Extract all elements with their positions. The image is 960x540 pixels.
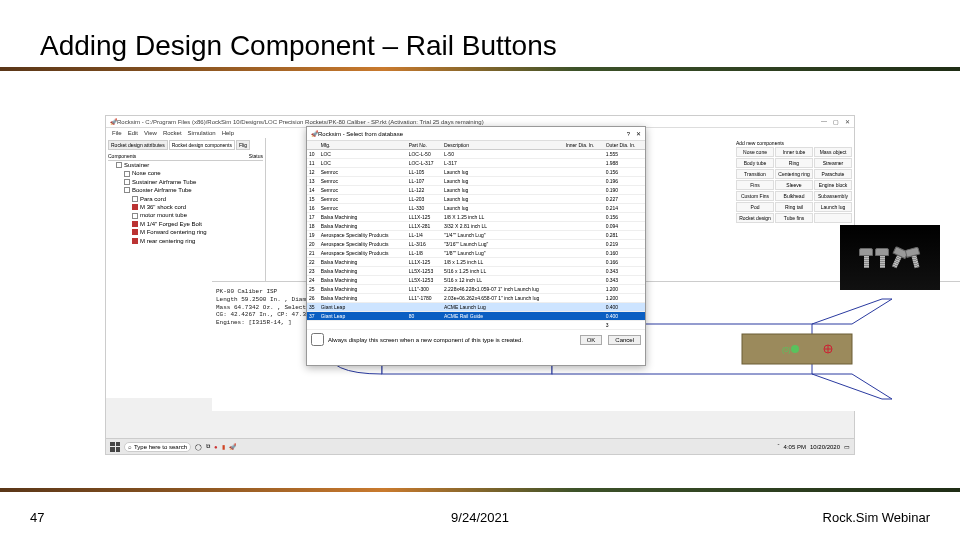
table-header[interactable] <box>307 141 319 150</box>
btn-engineblock[interactable]: Engine block <box>814 180 852 190</box>
windows-taskbar[interactable]: ⌕ Type here to search ◯ ⧉ ● ▮ 🚀 ˄ 4:05 P… <box>106 438 854 454</box>
table-row[interactable]: 25Balsa MachiningLL1"-3002.228x46.228x1.… <box>307 285 645 294</box>
menu-file[interactable]: File <box>112 130 122 136</box>
taskbar-search[interactable]: ⌕ Type here to search <box>124 442 191 452</box>
btn-subassembly[interactable]: Subassembly <box>814 191 852 201</box>
btn-centering[interactable]: Centering ring <box>775 169 813 179</box>
table-row[interactable]: 17Balsa MachiningLL1X-1251/8 X 1.25 inch… <box>307 213 645 222</box>
app-window: 🚀 Rocksim - C:/Program Files (x86)/RockS… <box>105 115 855 455</box>
tree-sustainer[interactable]: Sustainer <box>124 161 149 169</box>
tree-paracord[interactable]: Para cord <box>140 195 166 203</box>
btn-sleeve[interactable]: Sleeve <box>775 180 813 190</box>
maximize-icon[interactable]: ▢ <box>833 118 839 125</box>
table-row[interactable]: 16SemrocLL-330Launch lug0.214 <box>307 204 645 213</box>
tree-shockcord[interactable]: M 36" shock cord <box>140 203 186 211</box>
table-row[interactable]: 10LOCLOC-L-50L-501.555 <box>307 150 645 159</box>
ok-button[interactable]: OK <box>580 335 603 345</box>
page-number: 47 <box>0 510 44 525</box>
tree-rearring[interactable]: M rear centering ring <box>140 237 195 245</box>
table-row[interactable]: 3 <box>307 321 645 330</box>
svg-marker-3 <box>812 299 892 324</box>
btn-launchlug[interactable]: Launch lug <box>814 202 852 212</box>
btn-ringtail[interactable]: Ring tail <box>775 202 813 212</box>
table-row[interactable]: 22Balsa MachiningLL1X-1251/8 x 1.25 inch… <box>307 258 645 267</box>
btn-fins[interactable]: Fins <box>736 180 774 190</box>
btn-transition[interactable]: Transition <box>736 169 774 179</box>
btn-ring[interactable]: Ring <box>775 158 813 168</box>
btn-streamer[interactable]: Streamer <box>814 158 852 168</box>
dialog-help-icon[interactable]: ? <box>627 131 630 137</box>
palette-label: Add new components <box>736 140 852 146</box>
system-tray[interactable]: ˄ 4:05 PM 10/20/2020 ▭ <box>777 443 850 450</box>
search-placeholder: Type here to search <box>134 444 187 450</box>
cancel-button[interactable]: Cancel <box>608 335 641 345</box>
tab-flight[interactable]: Flig <box>236 140 250 150</box>
app-icon-browser[interactable]: ● <box>214 444 218 450</box>
table-header[interactable]: Part No. <box>407 141 442 150</box>
btn-tubefins[interactable]: Tube fins <box>775 213 813 223</box>
slide-title: Adding Design Component – Rail Buttons <box>0 0 960 67</box>
btn-bodytube[interactable]: Body tube <box>736 158 774 168</box>
table-row[interactable]: 26Balsa MachiningLL1"-17802.03e+06.262x4… <box>307 294 645 303</box>
tree-fwdring[interactable]: M Forward centering ring <box>140 228 207 236</box>
table-row[interactable]: 35Giant LeapACME Launch Lug0.400 <box>307 303 645 312</box>
divider-bar-bottom <box>0 488 960 492</box>
parts-table[interactable]: Mfg.Part No.DescriptionInner Dia. In.Out… <box>307 141 645 330</box>
dialog-close-icon[interactable]: ✕ <box>636 130 641 137</box>
table-row[interactable]: 15SemrocLL-203Launch lug0.227 <box>307 195 645 204</box>
btn-customfins[interactable]: Custom Fins <box>736 191 774 201</box>
menu-view[interactable]: View <box>144 130 157 136</box>
tree-motormount[interactable]: motor mount tube <box>140 211 187 219</box>
table-row[interactable]: 37Giant Leap80ACME Rail Guide0.400 <box>307 312 645 321</box>
btn-bulkhead[interactable]: Bulkhead <box>775 191 813 201</box>
col-status: Status <box>249 153 263 159</box>
btn-nosecone[interactable]: Nose cone <box>736 147 774 157</box>
svg-text:(0): (0) <box>782 346 791 354</box>
tree-nosecone[interactable]: Nose cone <box>132 169 161 177</box>
app-title: Rocksim - C:/Program Files (x86)/RockSim… <box>117 119 484 125</box>
menu-help[interactable]: Help <box>222 130 234 136</box>
footer-brand: Rock.Sim Webinar <box>823 510 960 525</box>
table-row[interactable]: 12SemrocLL-105Launch lug0.156 <box>307 168 645 177</box>
table-row[interactable]: 13SemrocLL-107Launch lug0.196 <box>307 177 645 186</box>
btn-innertube[interactable]: Inner tube <box>775 147 813 157</box>
tree-booster[interactable]: Booster Airframe Tube <box>132 186 192 194</box>
table-row[interactable]: 19Aerospace Speciality ProductsLL-1/4"1/… <box>307 231 645 240</box>
tab-attributes[interactable]: Rocket design attributes <box>108 140 168 150</box>
btn-parachute[interactable]: Parachute <box>814 169 852 179</box>
table-header[interactable]: Inner Dia. In. <box>564 141 604 150</box>
close-icon[interactable]: ✕ <box>845 118 850 125</box>
btn-mass[interactable]: Mass object <box>814 147 852 157</box>
table-row[interactable]: 23Balsa MachiningLL5X-12535/16 x 1.25 in… <box>307 267 645 276</box>
app-icon-rocksim[interactable]: 🚀 <box>229 443 236 450</box>
menu-edit[interactable]: Edit <box>128 130 138 136</box>
notifications-icon[interactable]: ▭ <box>844 443 850 450</box>
cortana-icon[interactable]: ◯ <box>195 443 202 450</box>
col-components: Components <box>108 153 136 159</box>
start-button[interactable] <box>110 442 120 452</box>
menu-rocket[interactable]: Rocket <box>163 130 182 136</box>
add-components-palette: Add new components Nose coneInner tubeMa… <box>734 138 854 226</box>
taskview-icon[interactable]: ⧉ <box>206 443 210 450</box>
tray-chevron-up-icon[interactable]: ˄ <box>777 443 780 450</box>
table-row[interactable]: 18Balsa MachiningLL1X-2813/32 X 2.81 inc… <box>307 222 645 231</box>
table-row[interactable]: 21Aerospace Speciality ProductsLL-1/8"1/… <box>307 249 645 258</box>
table-header[interactable]: Mfg. <box>319 141 407 150</box>
btn-rocketdesign[interactable]: Rocket design <box>736 213 774 223</box>
table-row[interactable]: 20Aerospace Speciality ProductsLL-3/16"3… <box>307 240 645 249</box>
tree-eyebolt[interactable]: M 1/4" Forged Eye Bolt <box>140 220 202 228</box>
table-header[interactable]: Description <box>442 141 564 150</box>
app-icon-ppt[interactable]: ▮ <box>222 443 225 450</box>
btn-pod[interactable]: Pod <box>736 202 774 212</box>
table-row[interactable]: 14SemrocLL-122Launch lug0.190 <box>307 186 645 195</box>
tab-components[interactable]: Rocket design components <box>169 140 235 150</box>
search-icon: ⌕ <box>128 444 132 450</box>
component-tree[interactable]: Sustainer Nose cone Sustainer Airframe T… <box>108 161 263 245</box>
minimize-icon[interactable]: — <box>821 118 827 125</box>
table-row[interactable]: 11LOCLOC-L-317L-3171.988 <box>307 159 645 168</box>
menu-simulation[interactable]: Simulation <box>188 130 216 136</box>
table-header[interactable]: Outer Dia. In. <box>604 141 645 150</box>
tree-airframe1[interactable]: Sustainer Airframe Tube <box>132 178 196 186</box>
table-row[interactable]: 24Balsa MachiningLL5X-12535/16 x 12 inch… <box>307 276 645 285</box>
always-display-checkbox[interactable] <box>311 333 324 346</box>
